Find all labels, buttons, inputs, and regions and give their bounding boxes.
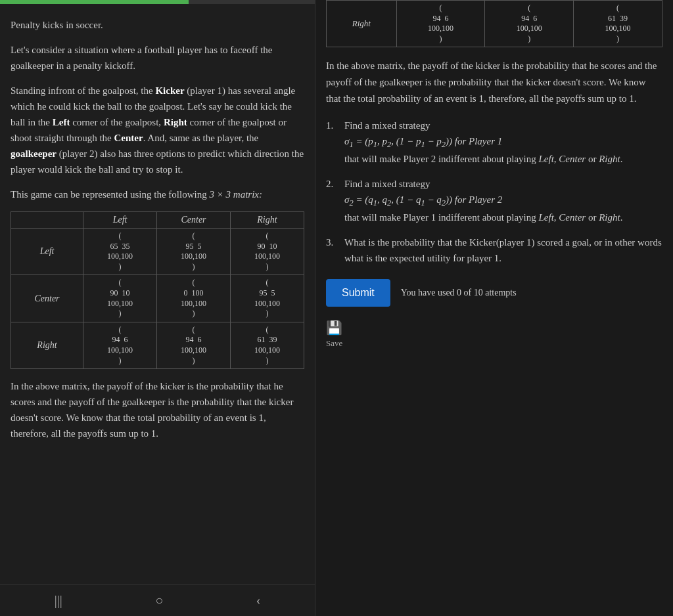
left-description: In the above matrix, the payoff of the k… (11, 378, 304, 441)
center-bold: Center (114, 133, 143, 143)
save-section: 💾 Save (326, 320, 662, 349)
attempts-text: You have used 0 of 10 attempts (401, 288, 517, 298)
goalkeeper-bold: goalkeeper (11, 148, 57, 159)
task-3: 3. What is the probability that the Kick… (326, 234, 662, 266)
task-list: 1. Find a mixed strategy σ1 = (p1, p2, (… (326, 118, 662, 266)
cell-right-center: ( 94 6 100,100 ) (157, 322, 231, 368)
matrix-table: Left Center Right Left ( 65 35 100,100 )… (11, 211, 304, 369)
cell-center-left: ( 90 10 100,100 ) (83, 275, 157, 322)
kicker-bold: Kicker (155, 85, 184, 96)
bottom-nav: ||| ○ ‹ (0, 584, 315, 616)
col-left: Left (83, 212, 157, 229)
submit-row: Submit You have used 0 of 10 attempts (326, 279, 662, 307)
task-3-num: 3. (326, 234, 339, 266)
right-description: In the above matrix, the payoff of the k… (326, 58, 662, 106)
title: Penalty kicks in soccer. (11, 17, 304, 33)
cell-right-left: ( 94 6 100,100 ) (83, 322, 157, 368)
top-row-label: Right (327, 1, 397, 47)
task-1: 1. Find a mixed strategy σ1 = (p1, p2, (… (326, 118, 662, 167)
para1: Let's consider a situation where a footb… (11, 42, 304, 74)
para2-prefix: Standing infront of the goalpost, the (11, 85, 155, 96)
task-2-num: 2. (326, 176, 339, 225)
top-cell-3: ( 61 39 100,100 ) (574, 1, 662, 47)
table-row: Right ( 94 6 100,100 ) ( 94 6 100,100 ) (11, 322, 304, 368)
row-center: Center (11, 275, 83, 322)
top-matrix-row: Right ( 94 6 100,100 ) ( 94 6 100,100 ) … (327, 1, 662, 47)
progress-bar-fill (0, 0, 189, 4)
save-icon[interactable]: 💾 (326, 320, 342, 336)
matrix-intro: This game can be represented using the f… (11, 187, 304, 202)
matrix-corner (11, 212, 83, 229)
cell-center-right: ( 95 5 100,100 ) (230, 275, 304, 322)
table-row: Left ( 65 35 100,100 ) ( 95 5 100,100 ) (11, 229, 304, 275)
cell-right-right: ( 61 39 100,100 ) (230, 322, 304, 368)
para2: Standing infront of the goalpost, the Ki… (11, 83, 304, 177)
left-panel: Penalty kicks in soccer. Let's consider … (0, 0, 315, 616)
task-2-text: Find a mixed strategy σ2 = (q1, q2, (1 −… (344, 176, 662, 225)
col-right: Right (230, 212, 304, 229)
task-1-text: Find a mixed strategy σ1 = (p1, p2, (1 −… (344, 118, 662, 167)
task-1-math2: Left (538, 154, 553, 164)
menu-icon[interactable]: ||| (55, 593, 62, 608)
right-bold: Right (164, 117, 187, 127)
matrix-size: 3 × 3 matrix: (209, 189, 262, 200)
back-icon[interactable]: ‹ (256, 593, 261, 608)
row-left: Left (11, 229, 83, 275)
top-matrix-snippet: Right ( 94 6 100,100 ) ( 94 6 100,100 ) … (326, 0, 662, 47)
submit-button[interactable]: Submit (326, 279, 390, 307)
progress-bar (0, 0, 315, 4)
top-cell-2: ( 94 6 100,100 ) (485, 1, 574, 47)
cell-left-right: ( 90 10 100,100 ) (230, 229, 304, 275)
right-panel: Right ( 94 6 100,100 ) ( 94 6 100,100 ) … (315, 0, 673, 616)
cell-center-center: ( 0 100 100,100 ) (157, 275, 231, 322)
cell-left-left: ( 65 35 100,100 ) (83, 229, 157, 275)
cell-left-center: ( 95 5 100,100 ) (157, 229, 231, 275)
left-bold: Left (53, 117, 70, 127)
top-cell-1: ( 94 6 100,100 ) (396, 1, 485, 47)
task-2-math2: Left (538, 212, 553, 223)
row-right: Right (11, 322, 83, 368)
para2-mid2: corner of the goalpost, (70, 117, 163, 127)
task-1-math1: σ1 = (p1, p2, (1 − p1 − p2)) for Player … (344, 136, 502, 146)
para2-mid4: . And, same as the player, the (143, 133, 259, 143)
table-row: Center ( 90 10 100,100 ) ( 0 100 100,100… (11, 275, 304, 322)
task-1-num: 1. (326, 118, 339, 167)
task-2-math1: σ2 = (q1, q2, (1 − q1 − q2)) for Player … (344, 194, 502, 205)
col-center: Center (157, 212, 231, 229)
left-content: Penalty kicks in soccer. Let's consider … (11, 17, 304, 490)
task-3-text: What is the probability that the Kicker(… (344, 234, 662, 266)
task-2: 2. Find a mixed strategy σ2 = (q1, q2, (… (326, 176, 662, 225)
save-label: Save (326, 338, 342, 349)
home-icon[interactable]: ○ (155, 593, 163, 608)
